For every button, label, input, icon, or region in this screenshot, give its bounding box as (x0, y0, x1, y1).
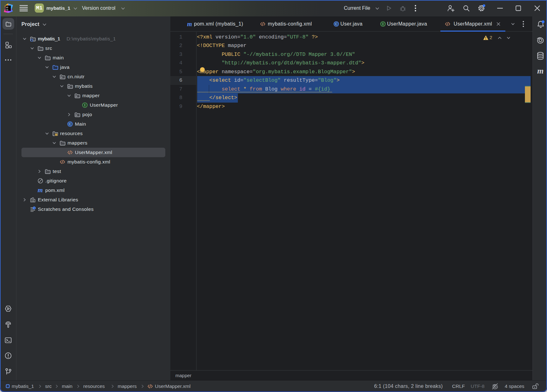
svg-text:IJ: IJ (6, 6, 8, 9)
